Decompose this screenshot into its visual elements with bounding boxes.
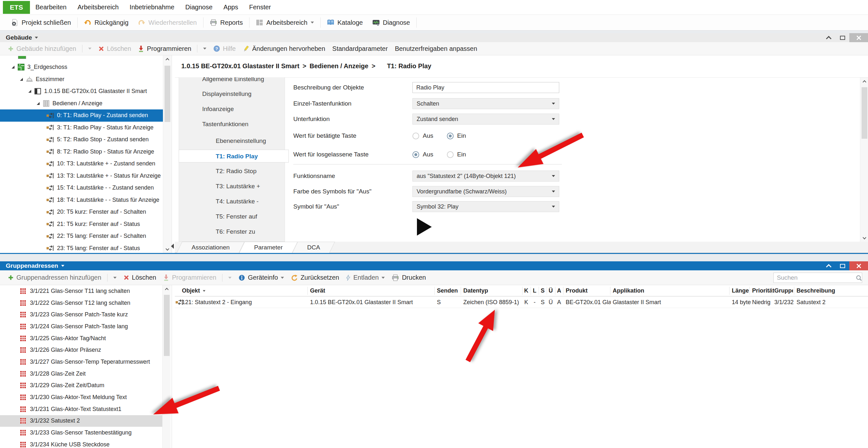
group-address-item[interactable]: 3/1/223 Glas-Sensor Patch-Taste kurz <box>0 309 163 321</box>
close-panel-button[interactable] <box>849 261 868 270</box>
scroll-up-icon[interactable] <box>863 80 866 83</box>
radio-ein-selected[interactable] <box>447 133 454 139</box>
panel-menu-caret-icon[interactable] <box>61 265 64 267</box>
redo-button[interactable]: Wiederherstellen <box>133 15 202 30</box>
tree-item-partial[interactable] <box>18 56 26 59</box>
column-l[interactable]: L <box>531 285 539 296</box>
tree-item-comm-object[interactable]: 8: T2: Radio Stop - Status für Anzeige <box>0 146 163 158</box>
print-button[interactable]: Drucken <box>388 274 429 281</box>
chevron-down-icon[interactable] <box>228 277 231 279</box>
default-parameters-button[interactable]: Standardparameter <box>329 45 391 53</box>
collapse-panel-icon[interactable] <box>826 264 832 268</box>
maximize-panel-icon[interactable] <box>840 264 845 268</box>
nav-item-allgemeine[interactable]: Allgemeine Einstellung <box>179 77 285 86</box>
nav-item-tastenfunktionen[interactable]: Tastenfunktionen <box>179 118 285 131</box>
help-button[interactable]: Hilfe <box>210 45 239 53</box>
nav-item-infoanzeige[interactable]: Infoanzeige <box>179 103 285 116</box>
chevron-down-icon[interactable] <box>381 277 385 279</box>
tree-item-comm-object[interactable]: 22: T5 lang: Fenster auf - Schalten <box>0 230 163 242</box>
tab-assoziationen[interactable]: Assoziationen <box>179 242 242 253</box>
group-address-item[interactable]: 3/1/227 Glas-Sensor-Temp Teperaturmesswe… <box>0 356 163 368</box>
tree-item-comm-object[interactable]: 3: T1: Radio Play - Status für Anzeige <box>0 122 163 134</box>
radio-aus-selected[interactable] <box>412 151 419 158</box>
reports-button[interactable]: Reports <box>205 15 248 30</box>
tree-item-comm-object[interactable]: 13: T3: Lautstärke + - Status für Anzeig… <box>0 170 163 182</box>
delete-button[interactable]: Löschen <box>95 45 135 53</box>
tree-item-channel[interactable]: Bedienen / Anzeige <box>0 98 163 110</box>
column-ue[interactable]: Ü <box>547 285 555 296</box>
menu-arbeitsbereich[interactable]: Arbeitsbereich <box>72 4 124 11</box>
program-button[interactable]: Programmieren <box>160 274 235 282</box>
column-senden[interactable]: Senden <box>437 285 458 296</box>
tree-item-room[interactable]: Esszimmer <box>0 73 163 86</box>
group-address-item[interactable]: 3/1/222 Glas-Sensor T12 lang schalten <box>0 297 163 309</box>
tree-item-device[interactable]: 1.0.15 BE-GT20x.01 Glastaster II Smart <box>0 85 163 98</box>
close-project-button[interactable]: Projekt schließen <box>6 15 76 30</box>
group-address-item[interactable]: 3/1/229 Glas-Zeit Zeit/Datum <box>0 380 163 392</box>
diagnose-button[interactable]: Diagnose <box>368 15 415 30</box>
delete-button[interactable]: Löschen <box>120 274 160 281</box>
column-applikation[interactable]: Applikation <box>613 285 644 296</box>
group-address-item[interactable]: 3/1/224 Glas-Sensor Patch-Taste lang <box>0 321 163 332</box>
maximize-panel-icon[interactable] <box>840 36 845 40</box>
expand-icon[interactable] <box>11 66 14 69</box>
chevron-down-icon[interactable] <box>203 47 206 50</box>
symbol-color-select[interactable]: Vordergrundfarbe (Schwarz/Weiss) <box>412 186 559 197</box>
group-address-item[interactable]: 3/1/221 Glas-Sensor T11 lang schalten <box>0 285 163 297</box>
tree-item-comm-object[interactable]: 23: T5 lang: Fenster auf - Status <box>0 242 163 253</box>
menu-bearbeiten[interactable]: Bearbeiten <box>30 4 72 11</box>
group-addresses-panel-title[interactable]: Gruppenadressen <box>6 262 58 269</box>
column-beschreibung[interactable]: Beschreibung <box>797 285 835 296</box>
menu-fenster[interactable]: Fenster <box>244 4 277 11</box>
tree-item-comm-object[interactable]: 15: T4: Lautstärke - - Zustand senden <box>0 182 163 194</box>
tree-item-comm-object[interactable]: 20: T5 kurz: Fenster auf - Schalten <box>0 206 163 218</box>
column-a[interactable]: A <box>555 285 563 296</box>
list-scrollbar[interactable] <box>162 285 170 448</box>
column-datentyp[interactable]: Datentyp <box>463 285 488 296</box>
nav-item-ebeneneinstellung[interactable]: Ebeneneinstellung <box>179 134 285 148</box>
nav-item-t4-lautstaerke-minus[interactable]: T4: Lautstärke - <box>179 195 285 208</box>
close-panel-button[interactable] <box>849 33 868 42</box>
column-laenge[interactable]: Länge <box>732 285 749 296</box>
reset-button[interactable]: Zurücksetzen <box>287 274 343 281</box>
program-button[interactable]: Programmieren <box>134 45 210 53</box>
nav-item-t2-radio-stop[interactable]: T2: Radio Stop <box>179 165 285 178</box>
workspace-button[interactable]: Arbeitsbereich <box>251 15 319 30</box>
nav-item-t6-fenster-zu[interactable]: T6: Fenster zu <box>179 225 285 238</box>
tree-item-comm-object-selected[interactable]: 0: T1: Radio Play - Zustand senden <box>0 109 163 122</box>
group-address-item[interactable]: 3/1/228 Glas-Zeit Zeit <box>0 368 163 380</box>
tree-item-comm-object[interactable]: 21: T5 kurz: Fenster auf - Status <box>0 218 163 230</box>
splitter-collapse-icon[interactable] <box>171 244 174 249</box>
scrollbar-thumb[interactable] <box>164 295 170 356</box>
scrollbar-thumb[interactable] <box>164 66 170 122</box>
column-gruppe[interactable]: Gruppe <box>774 285 793 296</box>
tab-parameter[interactable]: Parameter <box>242 242 295 253</box>
search-input[interactable] <box>777 274 856 281</box>
column-prioritaet[interactable]: Priorität <box>752 285 774 296</box>
collapse-panel-icon[interactable] <box>826 36 832 40</box>
undo-button[interactable]: Rückgängig <box>79 15 133 30</box>
highlight-changes-button[interactable]: Änderungen hervorheben <box>239 45 329 53</box>
group-address-item[interactable]: 3/1/225 Glas-Aktor Tag/Nacht <box>0 332 163 344</box>
function-name-select[interactable]: aus "Statustext 2" (14Byte-Objekt 121) <box>412 170 559 182</box>
symbol-select[interactable]: Symbol 32: Play <box>412 201 559 212</box>
nav-item-t5-fenster-auf[interactable]: T5: Fenster auf <box>179 210 285 223</box>
expand-icon[interactable] <box>28 90 31 93</box>
radio-aus[interactable] <box>412 133 419 139</box>
panel-menu-caret-icon[interactable] <box>35 37 38 39</box>
column-geraet[interactable]: Gerät <box>310 285 325 296</box>
menu-apps[interactable]: Apps <box>218 4 244 11</box>
tree-item-comm-object[interactable]: 5: T2: Radio Stop - Zustand senden <box>0 134 163 146</box>
object-description-input[interactable] <box>412 82 559 93</box>
radio-ein[interactable] <box>447 151 454 158</box>
scrollbar-thumb[interactable] <box>862 87 867 139</box>
device-info-button[interactable]: Geräteinfo <box>235 274 287 281</box>
scroll-up-icon[interactable] <box>165 58 169 61</box>
group-address-item[interactable]: 3/1/226 Glas-Aktor Präsenz <box>0 344 163 356</box>
parameter-scrollbar[interactable] <box>860 77 868 242</box>
chevron-down-icon[interactable] <box>113 277 117 279</box>
menu-inbetriebnahme[interactable]: Inbetriebnahme <box>124 4 180 11</box>
catalogs-button[interactable]: Kataloge <box>322 15 368 30</box>
group-address-item[interactable]: 3/1/233 Glas-Sensor Tastenbestätigung <box>0 427 163 439</box>
add-group-address-button[interactable]: Gruppenadressen hinzufügen <box>4 274 120 282</box>
